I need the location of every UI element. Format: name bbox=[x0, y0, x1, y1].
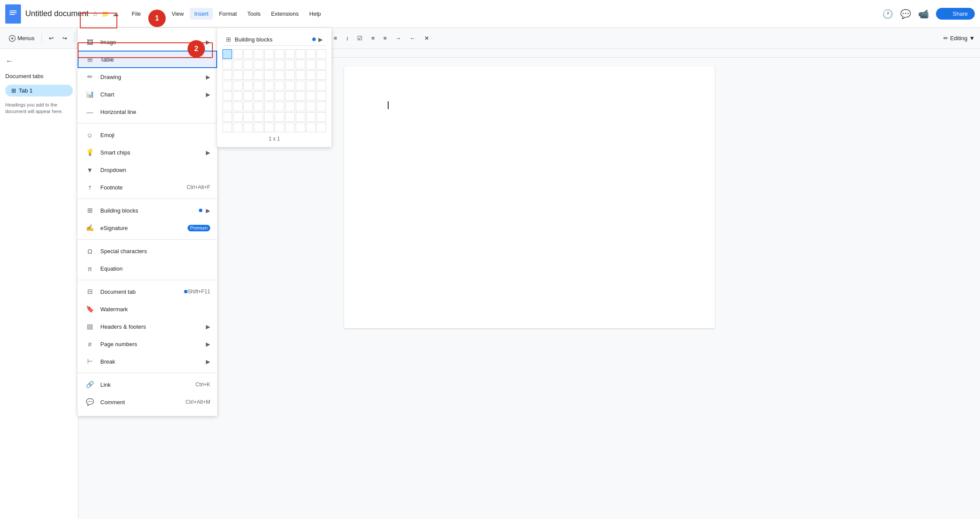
table-cell-4-6[interactable] bbox=[285, 91, 295, 101]
num-list-button[interactable]: ≡ bbox=[380, 33, 390, 43]
table-cell-7-5[interactable] bbox=[275, 123, 284, 132]
table-cell-2-6[interactable] bbox=[285, 70, 295, 80]
cloud-icon[interactable]: ☁ bbox=[113, 10, 119, 17]
table-cell-2-7[interactable] bbox=[296, 70, 305, 80]
table-cell-1-5[interactable] bbox=[275, 60, 284, 69]
table-cell-7-3[interactable] bbox=[254, 123, 263, 132]
video-icon[interactable]: 📹 bbox=[918, 9, 929, 19]
table-cell-5-3[interactable] bbox=[254, 102, 263, 111]
menu-tools[interactable]: Tools bbox=[243, 8, 265, 20]
star-icon[interactable]: ☆ bbox=[92, 10, 98, 18]
insert-building-blocks-row[interactable]: ⊞ Building blocks ▶ bbox=[78, 202, 217, 219]
insert-break-row[interactable]: ⊢ Break ▶ bbox=[78, 353, 217, 370]
table-cell-6-2[interactable] bbox=[243, 112, 253, 122]
table-cell-2-0[interactable] bbox=[222, 70, 232, 80]
table-cell-0-5[interactable] bbox=[275, 49, 284, 59]
insert-chart-row[interactable]: 📊 Chart ▶ bbox=[78, 86, 217, 103]
table-cell-1-8[interactable] bbox=[306, 60, 316, 69]
line-spacing-button[interactable]: ↕ bbox=[342, 33, 352, 43]
menu-insert[interactable]: Insert bbox=[190, 8, 213, 20]
redo-button[interactable]: ↪ bbox=[59, 33, 71, 43]
table-cell-5-2[interactable] bbox=[243, 102, 253, 111]
table-cell-3-2[interactable] bbox=[243, 81, 253, 90]
table-cell-2-5[interactable] bbox=[275, 70, 284, 80]
doc-title[interactable]: Untitled document bbox=[25, 9, 89, 18]
table-cell-3-4[interactable] bbox=[264, 81, 274, 90]
share-button[interactable]: 👤Share bbox=[936, 8, 975, 20]
outdent-button[interactable]: ← bbox=[406, 33, 419, 43]
doc-page[interactable] bbox=[344, 66, 715, 328]
table-cell-2-4[interactable] bbox=[264, 70, 274, 80]
table-cell-4-1[interactable] bbox=[233, 91, 242, 101]
clear-format-button[interactable]: ✕ bbox=[421, 33, 433, 43]
table-cell-7-4[interactable] bbox=[264, 123, 274, 132]
table-cell-5-9[interactable] bbox=[317, 102, 326, 111]
insert-emoji-row[interactable]: ☺ Emoji bbox=[78, 126, 217, 144]
insert-equation-row[interactable]: π Equation bbox=[78, 260, 217, 277]
table-cell-7-0[interactable] bbox=[222, 123, 232, 132]
insert-comment-row[interactable]: 💬 Comment Ctrl+Alt+M bbox=[78, 393, 217, 411]
menu-view[interactable]: View bbox=[167, 8, 188, 20]
table-cell-6-0[interactable] bbox=[222, 112, 232, 122]
insert-special-chars-row[interactable]: Ω Special characters bbox=[78, 242, 217, 260]
undo-button[interactable]: ↩ bbox=[45, 33, 57, 43]
table-cell-1-3[interactable] bbox=[254, 60, 263, 69]
align-button[interactable]: ≡ bbox=[330, 33, 341, 43]
table-cell-1-9[interactable] bbox=[317, 60, 326, 69]
table-cell-6-5[interactable] bbox=[275, 112, 284, 122]
table-cell-1-4[interactable] bbox=[264, 60, 274, 69]
table-cell-6-6[interactable] bbox=[285, 112, 295, 122]
insert-page-numbers-row[interactable]: # Page numbers ▶ bbox=[78, 335, 217, 353]
editing-mode[interactable]: ✏ Editing ▼ bbox=[943, 35, 975, 41]
menu-file[interactable]: File bbox=[127, 8, 145, 20]
table-cell-5-4[interactable] bbox=[264, 102, 274, 111]
table-cell-3-9[interactable] bbox=[317, 81, 326, 90]
table-cell-6-7[interactable] bbox=[296, 112, 305, 122]
table-cell-2-9[interactable] bbox=[317, 70, 326, 80]
table-cell-3-8[interactable] bbox=[306, 81, 316, 90]
table-cell-5-1[interactable] bbox=[233, 102, 242, 111]
table-cell-3-5[interactable] bbox=[275, 81, 284, 90]
table-cell-2-8[interactable] bbox=[306, 70, 316, 80]
table-cell-4-9[interactable] bbox=[317, 91, 326, 101]
table-cell-7-9[interactable] bbox=[317, 123, 326, 132]
table-cell-4-0[interactable] bbox=[222, 91, 232, 101]
table-cell-5-5[interactable] bbox=[275, 102, 284, 111]
checklist-button[interactable]: ☑ bbox=[354, 33, 366, 43]
table-cell-5-0[interactable] bbox=[222, 102, 232, 111]
insert-horizontal-line-row[interactable]: — Horizontal line bbox=[78, 103, 217, 120]
table-cell-3-3[interactable] bbox=[254, 81, 263, 90]
table-cell-0-8[interactable] bbox=[306, 49, 316, 59]
table-cell-7-6[interactable] bbox=[285, 123, 295, 132]
table-cell-2-1[interactable] bbox=[233, 70, 242, 80]
toolbar-menus[interactable]: Menus bbox=[5, 33, 38, 44]
table-cell-6-9[interactable] bbox=[317, 112, 326, 122]
bullet-list-button[interactable]: ≡ bbox=[368, 33, 378, 43]
insert-esignature-row[interactable]: ✍ eSignature Premium bbox=[78, 219, 217, 237]
table-cell-0-3[interactable] bbox=[254, 49, 263, 59]
insert-smart-chips-row[interactable]: 💡 Smart chips ▶ bbox=[78, 144, 217, 161]
table-cell-2-3[interactable] bbox=[254, 70, 263, 80]
table-cell-5-8[interactable] bbox=[306, 102, 316, 111]
table-cell-7-8[interactable] bbox=[306, 123, 316, 132]
table-cell-3-1[interactable] bbox=[233, 81, 242, 90]
table-cell-0-1[interactable] bbox=[233, 49, 242, 59]
table-cell-0-0[interactable] bbox=[222, 49, 232, 59]
indent-button[interactable]: → bbox=[392, 33, 405, 43]
table-cell-3-7[interactable] bbox=[296, 81, 305, 90]
history-icon[interactable]: 🕐 bbox=[882, 9, 893, 19]
sidebar-tab-1[interactable]: ⊞ Tab 1 bbox=[5, 85, 73, 96]
table-cell-4-3[interactable] bbox=[254, 91, 263, 101]
table-cell-0-6[interactable] bbox=[285, 49, 295, 59]
table-cell-6-1[interactable] bbox=[233, 112, 242, 122]
table-cell-1-6[interactable] bbox=[285, 60, 295, 69]
table-cell-2-2[interactable] bbox=[243, 70, 253, 80]
table-cell-7-7[interactable] bbox=[296, 123, 305, 132]
table-cell-4-4[interactable] bbox=[264, 91, 274, 101]
table-cell-1-2[interactable] bbox=[243, 60, 253, 69]
table-grid[interactable] bbox=[222, 49, 326, 132]
insert-drawing-row[interactable]: ✏ Drawing ▶ bbox=[78, 68, 217, 86]
table-cell-6-8[interactable] bbox=[306, 112, 316, 122]
table-cell-1-0[interactable] bbox=[222, 60, 232, 69]
insert-watermark-row[interactable]: 🔖 Watermark bbox=[78, 300, 217, 318]
